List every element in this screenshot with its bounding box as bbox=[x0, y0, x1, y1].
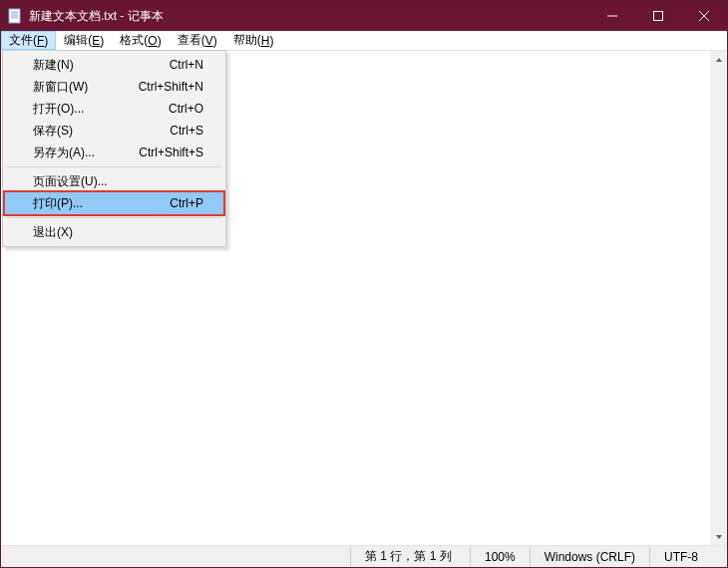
menu-item-print[interactable]: 打印(P)... Ctrl+P bbox=[5, 192, 223, 214]
menu-item-exit[interactable]: 退出(X) bbox=[5, 221, 223, 243]
status-spacer bbox=[1, 546, 350, 567]
title-appname: 记事本 bbox=[128, 9, 164, 23]
menu-item-open[interactable]: 打开(O)... Ctrl+O bbox=[5, 98, 223, 120]
menubar: 文件(F) 编辑(E) 格式(O) 查看(V) 帮助(H) bbox=[1, 31, 727, 51]
menu-edit-ul: E bbox=[92, 34, 100, 48]
menu-item-exit-label: 退出(X) bbox=[33, 224, 203, 241]
menu-item-new-shortcut: Ctrl+N bbox=[170, 58, 203, 72]
statusbar: 第 1 行，第 1 列 100% Windows (CRLF) UTF-8 bbox=[1, 545, 727, 567]
menu-view-pre: 查看( bbox=[178, 32, 205, 49]
svg-rect-6 bbox=[654, 12, 663, 21]
window-title: 新建文本文档.txt - 记事本 bbox=[29, 8, 589, 25]
scroll-track[interactable] bbox=[710, 68, 727, 528]
menu-separator-1 bbox=[7, 166, 221, 167]
menu-help-post: ) bbox=[269, 34, 273, 48]
vertical-scrollbar[interactable] bbox=[710, 51, 727, 545]
menu-item-new-window-label: 新窗口(W) bbox=[33, 79, 139, 96]
menu-format-post: ) bbox=[158, 34, 162, 48]
menu-edit-post: ) bbox=[100, 34, 104, 48]
menu-view-post: ) bbox=[213, 34, 217, 48]
title-filename: 新建文本文档.txt bbox=[29, 9, 117, 23]
menu-help-ul: H bbox=[261, 34, 270, 48]
menu-item-new-window-shortcut: Ctrl+Shift+N bbox=[139, 80, 203, 94]
scroll-down-icon[interactable] bbox=[710, 528, 727, 545]
menu-file-pre: 文件( bbox=[9, 32, 37, 49]
menu-item-save-as-shortcut: Ctrl+Shift+S bbox=[139, 145, 203, 159]
menu-format-pre: 格式( bbox=[120, 32, 148, 49]
status-zoom: 100% bbox=[470, 546, 530, 567]
window-controls bbox=[589, 1, 727, 31]
menu-edit-pre: 编辑( bbox=[64, 32, 92, 49]
menu-item-print-label: 打印(P)... bbox=[33, 195, 170, 212]
menu-item-new-window[interactable]: 新窗口(W) Ctrl+Shift+N bbox=[5, 76, 223, 98]
menu-item-open-shortcut: Ctrl+O bbox=[169, 102, 203, 116]
menu-view-ul: V bbox=[205, 34, 213, 48]
menu-item-save-as-label: 另存为(A)... bbox=[33, 144, 139, 161]
scroll-up-icon[interactable] bbox=[710, 51, 727, 68]
status-encoding: UTF-8 bbox=[649, 546, 727, 567]
menu-format[interactable]: 格式(O) bbox=[112, 31, 169, 50]
notepad-icon bbox=[7, 8, 23, 24]
status-position: 第 1 行，第 1 列 bbox=[350, 546, 470, 567]
menu-item-page-setup[interactable]: 页面设置(U)... bbox=[5, 170, 223, 192]
menu-item-save-as[interactable]: 另存为(A)... Ctrl+Shift+S bbox=[5, 142, 223, 163]
file-menu-dropdown: 新建(N) Ctrl+N 新窗口(W) Ctrl+Shift+N 打开(O)..… bbox=[2, 50, 226, 247]
menu-separator-2 bbox=[7, 217, 221, 218]
menu-item-page-setup-label: 页面设置(U)... bbox=[33, 173, 203, 190]
menu-file-post: ) bbox=[44, 34, 48, 48]
minimize-button[interactable] bbox=[589, 1, 635, 31]
titlebar: 新建文本文档.txt - 记事本 bbox=[1, 1, 727, 31]
menu-format-ul: O bbox=[148, 34, 157, 48]
menu-file[interactable]: 文件(F) bbox=[1, 31, 56, 50]
menu-item-save-label: 保存(S) bbox=[33, 123, 170, 140]
menu-item-new[interactable]: 新建(N) Ctrl+N bbox=[5, 54, 223, 76]
svg-marker-9 bbox=[716, 58, 722, 62]
menu-item-save-shortcut: Ctrl+S bbox=[170, 124, 203, 138]
maximize-button[interactable] bbox=[635, 1, 681, 31]
title-separator: - bbox=[117, 9, 128, 23]
menu-item-new-label: 新建(N) bbox=[33, 57, 170, 74]
status-line-ending: Windows (CRLF) bbox=[530, 546, 649, 567]
close-button[interactable] bbox=[681, 1, 727, 31]
menu-edit[interactable]: 编辑(E) bbox=[56, 31, 112, 50]
menu-item-save[interactable]: 保存(S) Ctrl+S bbox=[5, 120, 223, 142]
menu-view[interactable]: 查看(V) bbox=[170, 31, 225, 50]
menu-help[interactable]: 帮助(H) bbox=[225, 31, 282, 50]
menu-help-pre: 帮助( bbox=[233, 32, 261, 49]
menu-item-print-shortcut: Ctrl+P bbox=[170, 196, 203, 210]
menu-item-open-label: 打开(O)... bbox=[33, 101, 169, 118]
menu-file-ul: F bbox=[37, 34, 44, 48]
svg-marker-10 bbox=[716, 535, 722, 539]
